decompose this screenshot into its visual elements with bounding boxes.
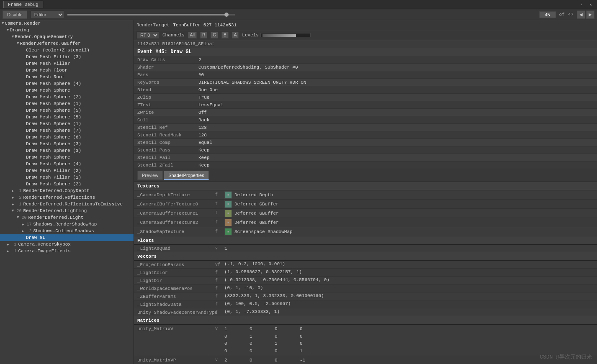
- tree-item[interactable]: ▶1RenderDeferred.CopyDepth: [0, 187, 134, 194]
- tree-item[interactable]: Draw Mesh Sphere (6): [0, 134, 134, 141]
- prop-key: Stencil Comp: [134, 140, 197, 145]
- tree-item[interactable]: Draw Mesh Roof: [0, 74, 134, 80]
- title-controls: ⋮ ✕: [578, 2, 594, 7]
- title-tab[interactable]: Frame Debug: [3, 1, 43, 8]
- menu-icon[interactable]: ⋮: [578, 2, 585, 7]
- render-target-label: RenderTarget: [136, 23, 170, 28]
- tree-item[interactable]: Draw Mesh Sphere: [0, 87, 134, 94]
- channel-b-btn[interactable]: B: [221, 32, 229, 38]
- prop-key: Stencil Fail: [134, 155, 197, 160]
- tree-item[interactable]: Draw GL: [0, 234, 134, 241]
- matrix-row: unity_MatrixV v 1000010000100001: [134, 325, 597, 356]
- prop-val: One One: [197, 87, 597, 92]
- tree-item[interactable]: ▼RenderDeferred.GBuffer: [0, 40, 134, 47]
- next-frame-button[interactable]: ▶: [586, 10, 594, 19]
- editor-dropdown[interactable]: Editor: [31, 10, 64, 19]
- tree-item[interactable]: Draw Mesh Pillar: [0, 60, 134, 67]
- tree-item[interactable]: Draw Mesh Sphere (2): [0, 181, 134, 187]
- prop-row: Stencil ZFailKeep: [134, 161, 597, 169]
- tree-item[interactable]: Draw Mesh Sphere (5): [0, 114, 134, 120]
- channel-g-btn[interactable]: G: [211, 32, 218, 38]
- vec-row: _ZBufferParams f (3332.333, 1, 3.332333,…: [134, 292, 597, 300]
- tree-item[interactable]: Draw Mesh Sphere: [0, 154, 134, 161]
- tree-item[interactable]: Draw Mesh Floor: [0, 67, 134, 74]
- vec-type: f: [215, 293, 222, 299]
- tex-type: f: [215, 192, 222, 197]
- prop-row: Stencil PassKeep: [134, 146, 597, 154]
- tab-btn[interactable]: Preview: [137, 171, 163, 180]
- channel-all-btn[interactable]: All: [188, 32, 197, 38]
- vec-row: _ProjectionParams vf (-1, 0.3, 1000, 0.0…: [134, 261, 597, 269]
- vectors-header: Vectors: [134, 252, 597, 261]
- prop-row: KeywordsDIRECTIONAL SHADOWS_SCREEN UNITY…: [134, 79, 597, 86]
- vec-val: (0, 1, -7.333333, 1): [224, 309, 280, 314]
- prop-row: ZTestLessEqual: [134, 101, 597, 109]
- floats-list: _LightAsQuad v 1: [134, 245, 597, 252]
- tex-label: Deferred Depth: [234, 192, 273, 197]
- channels-label: Channels: [162, 33, 185, 38]
- tab-btn[interactable]: ShaderProperties: [164, 171, 209, 180]
- left-panel: ▼Camera.Render▼Drawing▼Render.OpaqueGeom…: [0, 20, 134, 364]
- info-resolution: 1142x531 R16G16B16A16_SFloat: [134, 40, 597, 48]
- prop-key: Cull: [134, 118, 197, 123]
- prop-val: DIRECTIONAL SHADOWS_SCREEN UNITY_HDR_ON: [197, 80, 597, 85]
- vec-type: f: [215, 309, 222, 315]
- tree-item[interactable]: Draw Mesh Sphere (5): [0, 107, 134, 114]
- channel-r-btn[interactable]: R: [200, 32, 207, 38]
- close-icon[interactable]: ✕: [588, 2, 594, 7]
- slider-thumb: [224, 13, 229, 17]
- matrices-header: Matrices: [134, 316, 597, 325]
- levels-fill: [262, 34, 296, 37]
- tree-item[interactable]: Draw Mesh Pillar (3): [0, 54, 134, 60]
- tex-thumb: ■: [224, 210, 232, 217]
- tree-item[interactable]: ▼20RenderDeferred.Light: [0, 214, 134, 221]
- tree-item[interactable]: ▶1Camera.ImageEffects: [0, 248, 134, 254]
- prop-key: Stencil ReadMask: [134, 133, 197, 138]
- tree-item[interactable]: Clear (color+Z+stencil): [0, 47, 134, 54]
- tex-name: _CameraGBufferTexture2: [137, 220, 213, 225]
- tree-item[interactable]: ▶17Shadows.RenderShadowMap: [0, 221, 134, 228]
- tree-item[interactable]: ▼Drawing: [0, 27, 134, 33]
- vec-type: f: [215, 277, 222, 283]
- title-bar: Frame Debug ⋮ ✕: [0, 0, 597, 9]
- tex-label: Screenspace ShadowMap: [234, 229, 293, 234]
- channel-a-btn[interactable]: A: [232, 32, 239, 38]
- tree-item[interactable]: ▶2Shadows.CollectShadows: [0, 228, 134, 234]
- tree-item[interactable]: Draw Mesh Sphere (1): [0, 100, 134, 107]
- tree-item[interactable]: ▶2RenderDeferred.Reflections: [0, 194, 134, 201]
- slider-fill: [67, 14, 226, 15]
- tree-item[interactable]: Draw Mesh Sphere (3): [0, 141, 134, 147]
- tree-item[interactable]: Draw Mesh Sphere (3): [0, 147, 134, 154]
- tex-thumb: ■: [224, 191, 232, 199]
- tex-label: Deferred GBuffer: [234, 220, 279, 225]
- tree-item[interactable]: Draw Mesh Sphere (2): [0, 94, 134, 100]
- frame-slider-track[interactable]: [67, 14, 235, 15]
- tree-item[interactable]: ▶1Camera.RenderSkybox: [0, 241, 134, 248]
- tree-item[interactable]: ▼20RenderDeferred.Lighting: [0, 208, 134, 214]
- tree-item[interactable]: Draw Mesh Pillar (1): [0, 174, 134, 181]
- tex-thumb: ■: [224, 200, 232, 208]
- tree-item[interactable]: Draw Mesh Pillar (2): [0, 167, 134, 174]
- vec-val: (1, 0.9568627, 0.8392157, 1): [224, 269, 302, 274]
- tree-item[interactable]: ▼Render.OpaqueGeometry: [0, 33, 134, 40]
- tree-item[interactable]: Draw Mesh Sphere (4): [0, 161, 134, 167]
- tree-item[interactable]: Draw Mesh Sphere (7): [0, 127, 134, 134]
- prop-row: ShaderCustom/DeferredShading, SubShader …: [134, 64, 597, 71]
- frame-number-input[interactable]: 45: [539, 11, 556, 18]
- disable-button[interactable]: Disable: [3, 10, 27, 19]
- matrix-row: unity_MatrixVP v 200-10-201000.00110001: [134, 356, 597, 364]
- prop-key: ZClip: [134, 95, 197, 100]
- levels-track[interactable]: [260, 33, 311, 37]
- tree-item[interactable]: ▶1RenderDeferred.ReflectionsToEmissive: [0, 201, 134, 208]
- prev-frame-button[interactable]: ◀: [577, 10, 585, 19]
- channels-bar: RT 0 Channels All R G B A Levels: [134, 30, 597, 40]
- floats-header: Floats: [134, 236, 597, 245]
- tree-item[interactable]: ▼Camera.Render: [0, 20, 134, 27]
- vec-row: unity_ShadowFadeCenterAndType f (0, 1, -…: [134, 308, 597, 316]
- tree-item[interactable]: Draw Mesh Sphere (4): [0, 80, 134, 87]
- rt-select[interactable]: RT 0: [136, 31, 159, 39]
- tex-name: _CameraDepthTexture: [137, 192, 213, 197]
- tree-item[interactable]: Draw Mesh Sphere (1): [0, 120, 134, 127]
- tex-thumb: ■: [224, 228, 232, 236]
- tex-type: f: [215, 229, 222, 234]
